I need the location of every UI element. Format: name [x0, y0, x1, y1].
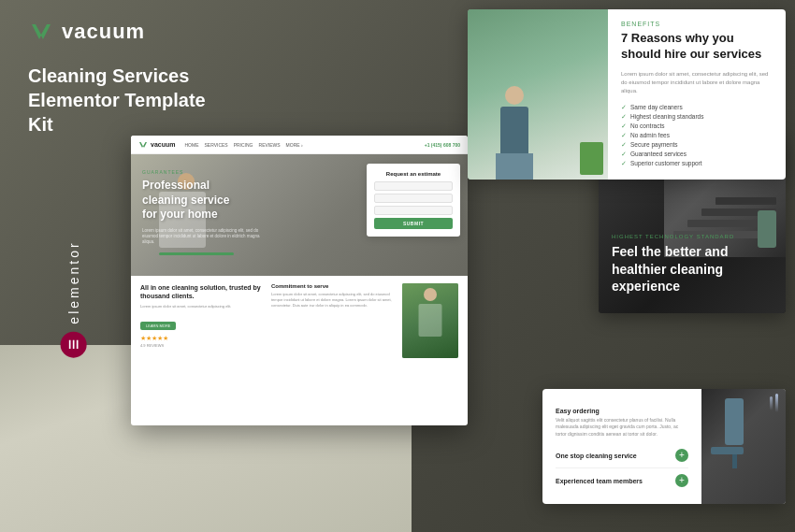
branding-area: vacuum Cleaning Services Elementor Templ…	[28, 19, 234, 137]
experienced-team-title: Experienced team members	[556, 478, 643, 484]
logo-container: vacuum	[28, 19, 234, 45]
mockup-form-email-field[interactable]	[374, 194, 453, 203]
list-item: Highest cleaning standards	[621, 112, 773, 122]
mockup-rating-label: 4.9 REVIEWS	[140, 343, 264, 348]
mockup-form-title: Request an estimate	[374, 171, 453, 177]
bottom-right-image	[701, 389, 786, 505]
worker-head	[424, 288, 437, 301]
svg-marker-0	[32, 24, 51, 39]
mockup-navigation: vacuum HOME SERVICES PRICING REVIEWS MOR…	[131, 136, 468, 154]
list-item: Same day cleaners	[621, 103, 773, 112]
info-card-image	[468, 9, 608, 180]
nav-link-pricing[interactable]: PRICING	[234, 142, 253, 148]
easy-ordering-desc: Velit aliquot sagittis elit consectetur …	[556, 417, 688, 439]
mockup-hero-description: Lorem ipsum dolor sit amet, consectetur …	[142, 228, 273, 246]
mockup-commitment-desc: Lorem ipsum dolor sit amet, consectetur …	[271, 292, 395, 309]
v-logo-icon	[28, 19, 54, 45]
one-stop-item: One stop cleaning service	[556, 443, 688, 468]
mockup-feature-desc: Lorem ipsum dolor sit amet, consectetur …	[140, 304, 264, 309]
mockup-feature-title: All in one cleaning solution, trusted by…	[140, 283, 264, 300]
mockup-rating: ★★★★★	[140, 335, 264, 342]
elementor-badge: ☰ elementor	[61, 240, 87, 357]
steam-cleaner-image	[711, 398, 758, 464]
mockup-form-submit-button[interactable]: SUBMIT	[374, 218, 453, 229]
info-card-description: Lorem ipsum dolor sit amet, consectetur …	[621, 70, 773, 95]
nav-link-reviews[interactable]: REVIEWS	[259, 142, 281, 148]
bottom-info-card: Easy ordering Velit aliquot sagittis eli…	[542, 389, 786, 505]
steam-wisp-2	[770, 396, 773, 410]
mockup-form-name-field[interactable]	[374, 181, 453, 191]
mockup-lower-section: All in one cleaning solution, trusted by…	[131, 276, 468, 366]
svg-marker-1	[139, 142, 147, 148]
one-stop-title: One stop cleaning service	[556, 453, 637, 459]
elementor-label: elementor	[66, 240, 81, 324]
mockup-feature-box: All in one cleaning solution, trusted by…	[140, 283, 264, 358]
mockup-hero-section: GUARANTEES Professional cleaning service…	[131, 154, 468, 276]
bottom-card-inner: Easy ordering Velit aliquot sagittis eli…	[542, 389, 786, 505]
easy-ordering-section: Easy ordering Velit aliquot sagittis eli…	[556, 400, 688, 444]
elementor-logo-icon: ☰	[61, 332, 87, 358]
mockup-phone: +1 (415) 608 700	[425, 142, 460, 148]
info-card-content: BENEFITS 7 Reasons why you should hire o…	[608, 9, 786, 180]
nav-link-more[interactable]: MORE ›	[286, 142, 303, 148]
list-item: Guaranteed services	[621, 150, 773, 159]
mockup-form-phone-field[interactable]	[374, 206, 453, 215]
mockup-learn-more-button[interactable]: LEARN MORE	[140, 322, 176, 330]
info-card-title: 7 Reasons why you should hire our servic…	[621, 31, 773, 63]
steam-wisp-1	[775, 394, 778, 412]
nav-link-services[interactable]: SERVICES	[204, 142, 227, 148]
dark-card-title: Feel the better and healthier cleaning e…	[612, 243, 773, 295]
dark-card-label: HIGHEST TECHNOLOGY STANDARD	[612, 234, 773, 239]
worker-body	[419, 304, 442, 337]
brand-tagline: Cleaning Services Elementor Template Kit	[28, 64, 234, 137]
brand-name: vacuum	[62, 20, 145, 44]
list-item: Secure payments	[621, 140, 773, 150]
list-item: No admin fees	[621, 131, 773, 140]
info-card-subtitle: BENEFITS	[621, 21, 773, 27]
mockup-worker-image	[402, 283, 458, 358]
experienced-team-item: Experienced team members	[556, 468, 688, 493]
one-stop-content: One stop cleaning service	[556, 453, 637, 459]
dark-card-content: HIGHEST TECHNOLOGY STANDARD Feel the bet…	[612, 234, 773, 295]
mockup-estimate-form: Request an estimate SUBMIT	[367, 164, 460, 237]
easy-ordering-title: Easy ordering	[556, 408, 688, 414]
nav-link-home[interactable]: HOME	[184, 142, 198, 148]
mockup-v-icon	[138, 140, 148, 150]
list-item: Superior customer support	[621, 159, 773, 168]
one-stop-expand-icon[interactable]	[675, 449, 688, 462]
bottom-card-content: Easy ordering Velit aliquot sagittis eli…	[542, 389, 701, 505]
person-silhouette	[486, 86, 542, 180]
info-card: BENEFITS 7 Reasons why you should hire o…	[468, 9, 786, 180]
website-mockup: vacuum HOME SERVICES PRICING REVIEWS MOR…	[131, 136, 468, 425]
mockup-commitment-box: Commitment to serve Lorem ipsum dolor si…	[271, 283, 395, 358]
experienced-team-content: Experienced team members	[556, 478, 643, 484]
info-card-checklist: Same day cleaners Highest cleaning stand…	[621, 103, 773, 168]
mockup-commitment-title: Commitment to serve	[271, 283, 395, 289]
mockup-nav-links: HOME SERVICES PRICING REVIEWS MORE ›	[184, 142, 414, 148]
cleaning-supplies-icon	[580, 142, 603, 175]
experienced-team-expand-icon[interactable]	[675, 474, 688, 487]
mockup-logo: vacuum	[138, 140, 175, 150]
list-item: No contracts	[621, 122, 773, 131]
